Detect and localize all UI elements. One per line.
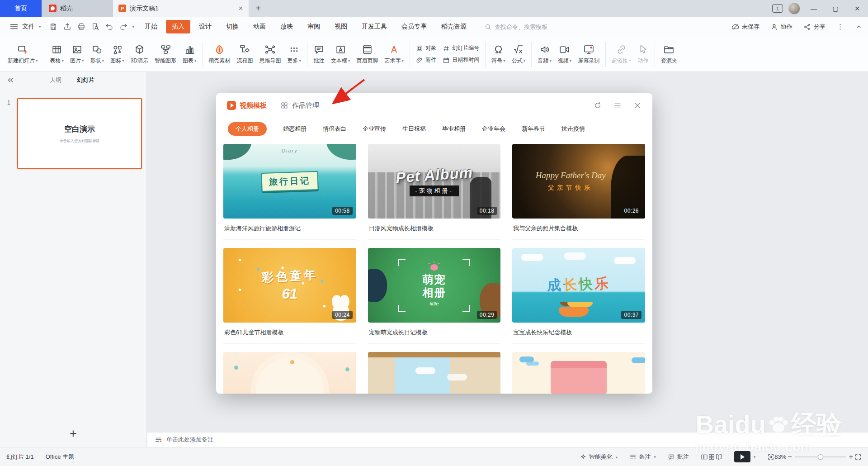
template-card-partial[interactable] bbox=[368, 352, 501, 394]
menu-item-2[interactable]: 设计 bbox=[193, 20, 217, 33]
template-thumbnail[interactable] bbox=[512, 352, 645, 394]
menu-item-0[interactable]: 开始 bbox=[139, 20, 163, 33]
view-reading-button[interactable] bbox=[715, 453, 722, 461]
menu-item-10[interactable]: 稻壳资源 bbox=[435, 20, 472, 33]
fullscreen-button[interactable] bbox=[854, 453, 862, 461]
comment-button[interactable]: 批注 bbox=[668, 453, 689, 461]
zoom-out-button[interactable]: − bbox=[786, 453, 793, 461]
document-tab[interactable]: P 演示文稿1 ✕ bbox=[113, 0, 249, 17]
template-thumbnail[interactable]: 成长快乐00:37 bbox=[512, 248, 645, 323]
more-options-button[interactable] bbox=[836, 23, 844, 31]
ribbon-button-shape[interactable]: 形状▾ bbox=[87, 42, 108, 67]
zoom-slider-knob[interactable] bbox=[818, 454, 823, 460]
avatar[interactable] bbox=[788, 3, 800, 14]
collapse-ribbon-button[interactable] bbox=[855, 23, 863, 31]
search-input[interactable] bbox=[495, 24, 590, 30]
ribbon-button-smartart[interactable]: 智能图形 bbox=[151, 42, 179, 67]
ribbon-button-flowchart[interactable]: 流程图 bbox=[234, 42, 256, 67]
template-card[interactable]: Pet Album-宠物相册-00:18日漫风宠物成长相册模板 bbox=[368, 144, 501, 240]
category-tab-6[interactable]: 企业年会 bbox=[482, 122, 505, 136]
ribbon-button-video[interactable]: 视频▾ bbox=[555, 42, 575, 67]
refresh-icon[interactable] bbox=[594, 101, 602, 109]
template-thumbnail[interactable] bbox=[368, 352, 501, 394]
template-card[interactable]: 旅行日记Diary00:58清新海洋风旅行旅游相册游记 bbox=[223, 144, 356, 240]
ribbon-button-cube[interactable]: 3D演示 bbox=[127, 42, 151, 67]
ribbon-button-mindmap[interactable]: 思维导图 bbox=[256, 42, 284, 67]
template-card[interactable]: 成长快乐00:37宝宝成长快乐纪念模板 bbox=[512, 248, 645, 344]
docer-tab[interactable]: 稻壳 bbox=[42, 0, 113, 17]
fit-page-button[interactable] bbox=[767, 453, 774, 461]
smart-beautify-button[interactable]: 智能美化 ▴ bbox=[580, 453, 618, 461]
tab-works-manage[interactable]: 作品管理 bbox=[280, 101, 319, 110]
template-card[interactable]: Happy Father's Day父亲节快乐00:26我与父亲的照片集合模板 bbox=[512, 144, 645, 240]
template-thumbnail[interactable]: Happy Father's Day父亲节快乐00:26 bbox=[512, 144, 645, 219]
template-card[interactable]: 萌宠相册little00:29宠物萌宠成长日记模板 bbox=[368, 248, 501, 344]
template-card-partial[interactable] bbox=[223, 352, 356, 394]
category-tab-5[interactable]: 毕业相册 bbox=[442, 122, 466, 136]
ribbon-button-audio[interactable]: 音频▾ bbox=[534, 42, 555, 67]
ribbon-button-action[interactable]: 动作 bbox=[634, 42, 652, 67]
template-thumbnail[interactable] bbox=[223, 352, 356, 394]
template-thumbnail[interactable]: 旅行日记Diary00:58 bbox=[223, 144, 356, 219]
minimize-button[interactable]: — bbox=[806, 0, 822, 17]
save-status-button[interactable]: 未保存 bbox=[731, 23, 760, 31]
tab-slides[interactable]: 幻灯片 bbox=[77, 76, 94, 84]
ribbon-button-textbox[interactable]: 文本框▾ bbox=[328, 42, 354, 67]
menu-item-6[interactable]: 审阅 bbox=[302, 20, 326, 33]
collapse-panel-icon[interactable] bbox=[6, 76, 14, 84]
save-button[interactable] bbox=[47, 21, 60, 33]
category-tab-4[interactable]: 生日祝福 bbox=[402, 122, 426, 136]
preview-button[interactable] bbox=[90, 21, 102, 33]
ribbon-button-datetime[interactable]: 日期和时间 bbox=[443, 56, 479, 64]
pane-layout-icon[interactable]: 1 bbox=[772, 4, 783, 13]
ribbon-button-picture[interactable]: 图片▾ bbox=[67, 42, 87, 67]
notes-bar[interactable]: 单击此处添加备注 bbox=[147, 432, 868, 447]
ribbon-button-newslide[interactable]: 新建幻灯片▾ bbox=[5, 42, 41, 67]
template-card[interactable]: 彩色童年6100:24彩色61儿童节相册模板 bbox=[223, 248, 356, 344]
tab-video-templates[interactable]: 视频模板 bbox=[227, 101, 267, 110]
template-thumbnail[interactable]: Pet Album-宠物相册-00:18 bbox=[368, 144, 501, 219]
maximize-button[interactable]: ▢ bbox=[827, 0, 844, 17]
menu-item-3[interactable]: 切换 bbox=[220, 20, 245, 33]
ribbon-button-chart[interactable]: 图表▾ bbox=[179, 42, 200, 67]
menu-item-4[interactable]: 动画 bbox=[247, 20, 272, 33]
close-tab-icon[interactable]: ✕ bbox=[238, 5, 243, 12]
ribbon-button-formula[interactable]: 公式▾ bbox=[509, 42, 529, 67]
template-thumbnail[interactable]: 彩色童年6100:24 bbox=[223, 248, 356, 323]
view-normal-button[interactable] bbox=[701, 453, 708, 461]
ribbon-button-iconlib[interactable]: 图标▾ bbox=[107, 42, 127, 67]
zoom-level[interactable]: 83% bbox=[774, 453, 786, 460]
ribbon-button-headerfooter[interactable]: 页眉页脚 bbox=[354, 42, 382, 67]
menu-item-8[interactable]: 开发工具 bbox=[356, 20, 393, 33]
undo-button[interactable] bbox=[104, 21, 116, 33]
category-tab-0[interactable]: 个人相册 bbox=[228, 122, 267, 136]
home-tab[interactable]: 首页 bbox=[0, 0, 42, 17]
menu-item-9[interactable]: 会员专享 bbox=[396, 20, 433, 33]
new-tab-button[interactable]: + bbox=[249, 0, 268, 17]
notes-toggle-button[interactable]: 备注 ▾ bbox=[629, 453, 656, 461]
ribbon-button-folder[interactable]: 资源夹 bbox=[658, 42, 680, 67]
ribbon-button-wordart[interactable]: 艺术字▾ bbox=[382, 42, 407, 67]
ribbon-button-table[interactable]: 表格▾ bbox=[47, 42, 67, 67]
view-sorter-button[interactable] bbox=[708, 453, 715, 461]
add-slide-button[interactable]: + bbox=[70, 428, 77, 440]
ribbon-button-attach[interactable]: 附件 bbox=[416, 56, 436, 64]
slide-thumbnail[interactable]: 空白演示 单击输入您的封面副标题 bbox=[17, 98, 142, 169]
quick-access-caret-icon[interactable]: ▾ bbox=[132, 24, 135, 29]
tab-outline[interactable]: 大纲 bbox=[50, 76, 61, 84]
menu-item-1[interactable]: 插入 bbox=[166, 20, 190, 33]
ribbon-button-docer[interactable]: 稻壳素材 bbox=[206, 42, 234, 67]
ribbon-button-slidenum[interactable]: 幻灯片编号 bbox=[443, 44, 479, 52]
menu-item-7[interactable]: 视图 bbox=[329, 20, 353, 33]
ribbon-button-hyperlink[interactable]: 超链接▾ bbox=[609, 42, 634, 67]
dialog-close-icon[interactable] bbox=[633, 101, 642, 109]
category-tab-8[interactable]: 抗击疫情 bbox=[561, 122, 585, 136]
category-tab-7[interactable]: 新年春节 bbox=[522, 122, 545, 136]
category-tab-1[interactable]: 婚恋相册 bbox=[283, 122, 307, 136]
theme-name[interactable]: Office 主题 bbox=[46, 453, 74, 461]
close-window-button[interactable]: ✕ bbox=[849, 0, 865, 17]
play-slideshow-button[interactable]: ▾ bbox=[734, 451, 756, 462]
zoom-in-button[interactable]: + bbox=[848, 453, 854, 461]
search-box[interactable] bbox=[484, 23, 590, 31]
file-menu-button[interactable]: 文件 ▾ bbox=[5, 22, 45, 32]
